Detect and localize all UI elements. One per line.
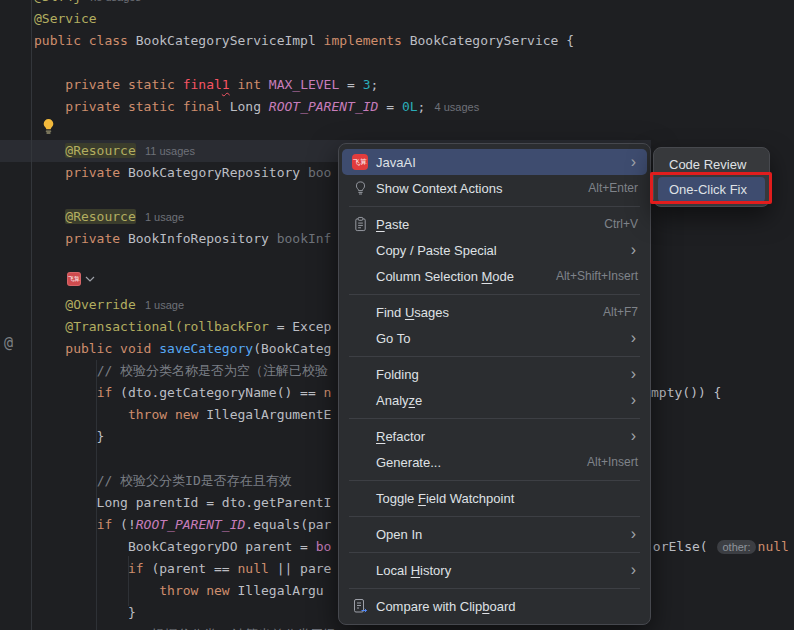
code-line[interactable]: public class BookCategoryServiceImpl imp… bbox=[34, 30, 574, 52]
submenu-arrow-icon: › bbox=[631, 330, 636, 346]
submenu-arrow-icon: › bbox=[631, 428, 636, 444]
menu-item-show-context-actions[interactable]: Show Context ActionsAlt+Enter bbox=[339, 175, 650, 201]
menu-item-shortcut: Alt+F7 bbox=[603, 305, 638, 319]
menu-item-label: Show Context Actions bbox=[376, 181, 581, 196]
menu-icon-placeholder bbox=[351, 242, 369, 258]
code-line[interactable]: private BookInfoRepository bookInf bbox=[34, 228, 331, 250]
menu-item-analyze[interactable]: Analyze› bbox=[339, 387, 650, 413]
menu-item-label: Column Selection Mode bbox=[376, 269, 549, 284]
menu-item-shortcut: Alt+Enter bbox=[588, 181, 638, 195]
menu-item-refactor[interactable]: Refactor› bbox=[339, 423, 650, 449]
menu-separator bbox=[349, 588, 640, 589]
code-line[interactable]: private static final Long ROOT_PARENT_ID… bbox=[34, 96, 479, 118]
menu-item-label: Find Usages bbox=[376, 305, 596, 320]
menu-item-folding[interactable]: Folding› bbox=[339, 361, 650, 387]
code-line[interactable]: private static final1 int MAX_LEVEL = 3; bbox=[34, 74, 378, 96]
code-line[interactable]: if (parent == null || pare bbox=[34, 558, 331, 580]
menu-item-column-selection-mode[interactable]: Column Selection ModeAlt+Shift+Insert bbox=[339, 263, 650, 289]
code-line[interactable]: } bbox=[34, 602, 136, 624]
code-line[interactable]: if (dto.getCategoryName() == n bbox=[34, 382, 331, 404]
menu-item-compare-with-clipboard[interactable]: Compare with Clipboard bbox=[339, 593, 650, 619]
menu-icon-placeholder bbox=[351, 268, 369, 284]
code-line[interactable]: Long parentId = dto.getParentI bbox=[34, 492, 331, 514]
menu-item-label: Compare with Clipboard bbox=[376, 599, 638, 614]
chevron-down-icon bbox=[85, 276, 95, 282]
code-line[interactable]: // 校验父分类ID是否存在且有效 bbox=[34, 470, 292, 492]
menu-item-label: Open In bbox=[376, 527, 624, 542]
menu-icon-placeholder bbox=[351, 304, 369, 320]
menu-item-paste[interactable]: PasteCtrl+V bbox=[339, 211, 650, 237]
menu-separator bbox=[349, 418, 640, 419]
menu-item-find-usages[interactable]: Find UsagesAlt+F7 bbox=[339, 299, 650, 325]
intention-bulb-icon[interactable] bbox=[41, 118, 56, 135]
menu-item-shortcut: Ctrl+V bbox=[604, 217, 638, 231]
menu-item-label: Folding bbox=[376, 367, 624, 382]
menu-icon-placeholder bbox=[351, 526, 369, 542]
submenu-arrow-icon: › bbox=[631, 242, 636, 258]
menu-item-shortcut: Alt+Shift+Insert bbox=[556, 269, 638, 283]
menu-item-label: Paste bbox=[376, 217, 597, 232]
annotation-highlight-box bbox=[650, 172, 772, 204]
gutter-annotation-icon: @ bbox=[4, 332, 13, 354]
menu-item-generate[interactable]: Generate...Alt+Insert bbox=[339, 449, 650, 475]
menu-item-javaai[interactable]: 飞算JavaAI› bbox=[342, 149, 647, 175]
code-line[interactable]: throw new IllegalArgumentE bbox=[34, 404, 331, 426]
code-line[interactable]: BookCategoryDO parent = bo bbox=[34, 536, 331, 558]
menu-item-label: Local History bbox=[376, 563, 624, 578]
menu-item-label: Generate... bbox=[376, 455, 580, 470]
menu-icon-placeholder bbox=[351, 562, 369, 578]
menu-item-label: Toggle Field Watchpoint bbox=[376, 491, 638, 506]
menu-item-go-to[interactable]: Go To› bbox=[339, 325, 650, 351]
code-line[interactable]: // 校验分类名称是否为空（注解已校验 bbox=[34, 360, 328, 382]
menu-separator bbox=[349, 552, 640, 553]
code-line[interactable]: mpty()) { bbox=[651, 382, 721, 404]
menu-icon-placeholder bbox=[351, 454, 369, 470]
paste-icon bbox=[351, 216, 369, 232]
menu-item-label: Analyze bbox=[376, 393, 624, 408]
menu-item-label: JavaAI bbox=[376, 155, 624, 170]
bulb-icon bbox=[351, 180, 369, 196]
ai-inline-widget[interactable]: 飞算 bbox=[67, 272, 95, 286]
code-line[interactable]: @Slf4j no usages bbox=[34, 0, 141, 8]
code-line[interactable]: // 根据父分类ID计算当前分类层级 bbox=[34, 624, 336, 630]
submenu-arrow-icon: › bbox=[631, 154, 636, 170]
menu-item-open-in[interactable]: Open In› bbox=[339, 521, 650, 547]
menu-item-local-history[interactable]: Local History› bbox=[339, 557, 650, 583]
menu-item-toggle-field-watchpoint[interactable]: Toggle Field Watchpoint bbox=[339, 485, 650, 511]
code-line[interactable]: @Override 1 usage bbox=[34, 294, 184, 316]
menu-separator bbox=[349, 516, 640, 517]
menu-icon-placeholder bbox=[351, 428, 369, 444]
code-line[interactable]: @Resource 1 usage bbox=[34, 206, 184, 228]
code-line[interactable]: @Transactional(rollbackFor = Excep bbox=[34, 316, 331, 338]
ai-plugin-icon: 飞算 bbox=[67, 272, 81, 286]
submenu-arrow-icon: › bbox=[631, 562, 636, 578]
code-line[interactable]: public void saveCategory(BookCateg bbox=[34, 338, 331, 360]
gutter-divider bbox=[31, 0, 32, 630]
code-line[interactable]: throw new IllegalArgu bbox=[34, 580, 324, 602]
javaai-icon: 飞算 bbox=[351, 154, 369, 170]
menu-icon-placeholder bbox=[351, 366, 369, 382]
code-line[interactable]: private BookCategoryRepository boo bbox=[34, 162, 331, 184]
menu-icon-placeholder bbox=[351, 392, 369, 408]
code-line[interactable]: @Resource 11 usages bbox=[34, 140, 195, 162]
submenu-arrow-icon: › bbox=[631, 392, 636, 408]
menu-item-label: Copy / Paste Special bbox=[376, 243, 624, 258]
menu-item-label: Go To bbox=[376, 331, 624, 346]
menu-separator bbox=[349, 356, 640, 357]
menu-item-copy-paste-special[interactable]: Copy / Paste Special› bbox=[339, 237, 650, 263]
code-line[interactable]: .orElse( other:null bbox=[645, 536, 789, 558]
menu-icon-placeholder bbox=[351, 490, 369, 506]
code-line[interactable]: } bbox=[34, 426, 104, 448]
menu-icon-placeholder bbox=[351, 330, 369, 346]
submenu-arrow-icon: › bbox=[631, 366, 636, 382]
menu-separator bbox=[349, 206, 640, 207]
code-line[interactable]: if (!ROOT_PARENT_ID.equals(par bbox=[34, 514, 331, 536]
code-line[interactable]: @Service bbox=[34, 8, 97, 30]
menu-separator bbox=[349, 480, 640, 481]
menu-item-shortcut: Alt+Insert bbox=[587, 455, 638, 469]
menu-separator bbox=[349, 294, 640, 295]
submenu-arrow-icon: › bbox=[631, 526, 636, 542]
editor-context-menu: 飞算JavaAI›Show Context ActionsAlt+EnterPa… bbox=[338, 143, 651, 625]
menu-item-label: Refactor bbox=[376, 429, 624, 444]
compare-clipboard-icon bbox=[351, 598, 369, 614]
